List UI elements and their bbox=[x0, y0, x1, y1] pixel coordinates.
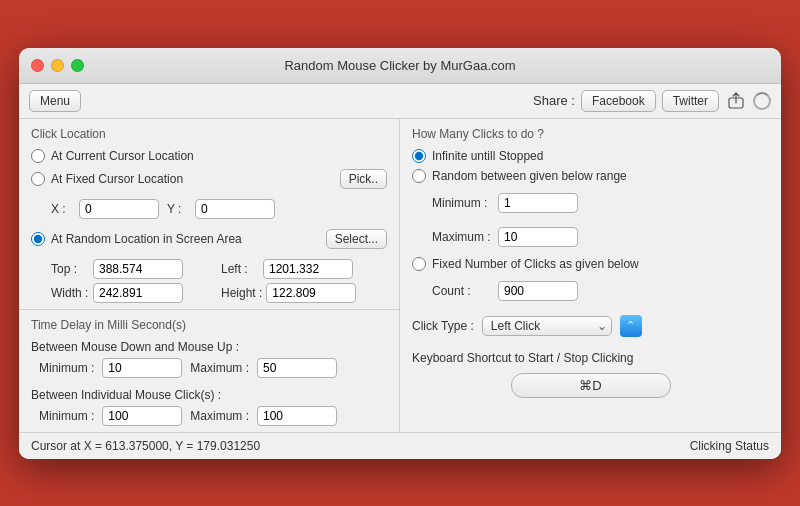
right-column: How Many Clicks to do ? Infinite untill … bbox=[400, 119, 781, 432]
max-input-1[interactable] bbox=[257, 358, 337, 378]
click-location-label1: At Current Cursor Location bbox=[51, 149, 194, 163]
click-type-row: Click Type : Left Click Right Click Doub… bbox=[412, 315, 769, 337]
click-location-label2: At Fixed Cursor Location bbox=[51, 172, 183, 186]
count-label: Count : bbox=[432, 284, 492, 298]
minimum-row: Minimum : bbox=[432, 193, 769, 213]
width-row: Width : bbox=[51, 283, 217, 303]
click-location-title: Click Location bbox=[31, 127, 387, 141]
status-bar: Cursor at X = 613.375000, Y = 179.031250… bbox=[19, 432, 781, 459]
count-row: Count : bbox=[432, 281, 769, 301]
y-label: Y : bbox=[167, 202, 187, 216]
minimum-label: Minimum : bbox=[432, 196, 492, 210]
click-location-option2: At Fixed Cursor Location bbox=[31, 172, 334, 186]
window-title: Random Mouse Clicker by MurGaa.com bbox=[284, 58, 515, 73]
click-location-section: Click Location At Current Cursor Locatio… bbox=[19, 119, 399, 309]
clicks-label3: Fixed Number of Clicks as given below bbox=[432, 257, 639, 271]
height-input[interactable] bbox=[266, 283, 356, 303]
left-column: Click Location At Current Cursor Locatio… bbox=[19, 119, 400, 432]
click-location-option3-row: At Random Location in Screen Area Select… bbox=[31, 229, 387, 249]
traffic-lights bbox=[31, 59, 84, 72]
time-delay-sub2-title: Between Individual Mouse Click(s) : bbox=[31, 388, 387, 402]
x-input[interactable] bbox=[79, 199, 159, 219]
left-input[interactable] bbox=[263, 259, 353, 279]
keyboard-shortcut-section: Keyboard Shortcut to Start / Stop Clicki… bbox=[412, 351, 769, 398]
min-label-1: Minimum : bbox=[39, 361, 94, 375]
click-location-options: At Current Cursor Location At Fixed Curs… bbox=[31, 149, 387, 303]
click-location-option1: At Current Cursor Location bbox=[31, 149, 387, 163]
time-delay-sub1-title: Between Mouse Down and Mouse Up : bbox=[31, 340, 387, 354]
clicks-label1: Infinite untill Stopped bbox=[432, 149, 543, 163]
close-button[interactable] bbox=[31, 59, 44, 72]
click-type-select[interactable]: Left Click Right Click Double Click Midd… bbox=[482, 316, 612, 336]
width-input[interactable] bbox=[93, 283, 183, 303]
toolbar-right: Share : Facebook Twitter bbox=[533, 90, 771, 112]
min-input-2[interactable] bbox=[102, 406, 182, 426]
top-row: Top : bbox=[51, 259, 217, 279]
height-row: Height : bbox=[221, 283, 387, 303]
max-input-2[interactable] bbox=[257, 406, 337, 426]
how-many-clicks-title: How Many Clicks to do ? bbox=[412, 127, 769, 141]
time-delay-sub1-inputs: Minimum : Maximum : bbox=[39, 358, 387, 378]
click-type-arrow[interactable]: ⌃ bbox=[620, 315, 642, 337]
menu-button[interactable]: Menu bbox=[29, 90, 81, 112]
select-button[interactable]: Select... bbox=[326, 229, 387, 249]
main-window: Random Mouse Clicker by MurGaa.com Menu … bbox=[19, 48, 781, 459]
maximize-button[interactable] bbox=[71, 59, 84, 72]
time-delay-sub2: Between Individual Mouse Click(s) : Mini… bbox=[31, 388, 387, 426]
y-input[interactable] bbox=[195, 199, 275, 219]
time-delay-sub1: Between Mouse Down and Mouse Up : Minimu… bbox=[31, 340, 387, 378]
share-icon[interactable] bbox=[725, 90, 747, 112]
maximum-label: Maximum : bbox=[432, 230, 492, 244]
click-location-label3: At Random Location in Screen Area bbox=[51, 232, 242, 246]
max-label-2: Maximum : bbox=[190, 409, 249, 423]
clicks-label2: Random between given below range bbox=[432, 169, 627, 183]
toolbar: Menu Share : Facebook Twitter bbox=[19, 84, 781, 119]
click-location-radio1[interactable] bbox=[31, 149, 45, 163]
x-label: X : bbox=[51, 202, 71, 216]
twitter-button[interactable]: Twitter bbox=[662, 90, 719, 112]
time-delay-title: Time Delay in Milli Second(s) bbox=[31, 318, 387, 332]
titlebar: Random Mouse Clicker by MurGaa.com bbox=[19, 48, 781, 84]
main-content: Click Location At Current Cursor Locatio… bbox=[19, 119, 781, 432]
clicks-option2: Random between given below range bbox=[412, 169, 769, 183]
time-delay-sub2-inputs: Minimum : Maximum : bbox=[39, 406, 387, 426]
clicks-radio1[interactable] bbox=[412, 149, 426, 163]
facebook-button[interactable]: Facebook bbox=[581, 90, 656, 112]
min-label-2: Minimum : bbox=[39, 409, 94, 423]
maximum-input[interactable] bbox=[498, 227, 578, 247]
toolbar-left: Menu bbox=[29, 90, 81, 112]
count-input[interactable] bbox=[498, 281, 578, 301]
time-delay-section: Time Delay in Milli Second(s) Between Mo… bbox=[19, 309, 399, 432]
min-input-1[interactable] bbox=[102, 358, 182, 378]
cursor-status: Cursor at X = 613.375000, Y = 179.031250 bbox=[31, 439, 260, 453]
maximum-row: Maximum : bbox=[432, 227, 769, 247]
keyboard-shortcut-title: Keyboard Shortcut to Start / Stop Clicki… bbox=[412, 351, 769, 365]
keyboard-shortcut-display[interactable]: ⌘D bbox=[511, 373, 671, 398]
height-label: Height : bbox=[221, 286, 262, 300]
xy-input-row: X : Y : bbox=[51, 199, 387, 219]
clicking-status: Clicking Status bbox=[690, 439, 769, 453]
click-type-select-wrapper: Left Click Right Click Double Click Midd… bbox=[482, 316, 612, 336]
click-location-radio3[interactable] bbox=[31, 232, 45, 246]
click-location-option3: At Random Location in Screen Area bbox=[31, 232, 320, 246]
clicks-radio3[interactable] bbox=[412, 257, 426, 271]
clicks-option3: Fixed Number of Clicks as given below bbox=[412, 257, 769, 271]
left-row: Left : bbox=[221, 259, 387, 279]
click-type-label: Click Type : bbox=[412, 319, 474, 333]
max-label-1: Maximum : bbox=[190, 361, 249, 375]
width-label: Width : bbox=[51, 286, 89, 300]
share-label: Share : bbox=[533, 93, 575, 108]
clicks-radio2[interactable] bbox=[412, 169, 426, 183]
minimum-input[interactable] bbox=[498, 193, 578, 213]
minimize-button[interactable] bbox=[51, 59, 64, 72]
loading-spinner bbox=[753, 92, 771, 110]
pick-button[interactable]: Pick.. bbox=[340, 169, 387, 189]
top-label: Top : bbox=[51, 262, 89, 276]
coords-grid: Top : Left : Width : Height : bbox=[51, 259, 387, 303]
how-many-clicks-options: Infinite untill Stopped Random between g… bbox=[412, 149, 769, 305]
click-location-radio2[interactable] bbox=[31, 172, 45, 186]
clicks-option1: Infinite untill Stopped bbox=[412, 149, 769, 163]
top-input[interactable] bbox=[93, 259, 183, 279]
left-label: Left : bbox=[221, 262, 259, 276]
click-location-option2-row: At Fixed Cursor Location Pick.. bbox=[31, 169, 387, 189]
